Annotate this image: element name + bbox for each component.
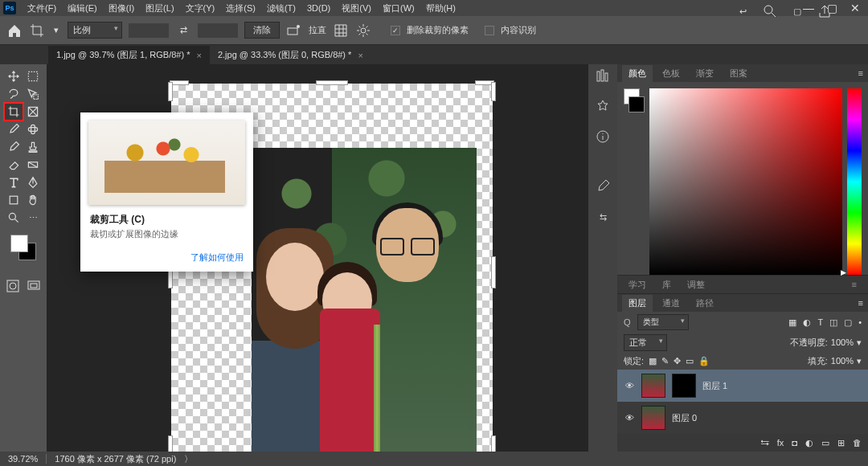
tab-paths[interactable]: 路径 [690, 295, 720, 312]
zoom-tool[interactable] [4, 209, 23, 227]
menu-filter[interactable]: 滤镜(T) [262, 1, 301, 16]
tab-libraries[interactable]: 库 [656, 276, 678, 293]
lock-transparency-icon[interactable]: ▩ [649, 356, 657, 366]
fill-value[interactable]: 100% [831, 356, 854, 366]
quickmask-icon[interactable] [5, 278, 21, 294]
layer-thumbnail[interactable] [641, 374, 665, 398]
window-close-icon[interactable]: ✕ [850, 2, 860, 14]
tab-patterns[interactable]: 图案 [723, 65, 754, 82]
menu-3d[interactable]: 3D(D) [302, 2, 335, 14]
panel-menu-icon[interactable]: ≡ [858, 298, 863, 308]
tab-layers[interactable]: 图层 [622, 295, 653, 312]
crop-width-input[interactable] [129, 23, 169, 38]
tab-gradients[interactable]: 渐变 [690, 65, 720, 82]
layer-name[interactable]: 图层 1 [702, 380, 727, 392]
menu-image[interactable]: 图像(I) [104, 1, 139, 16]
tab-close-icon[interactable]: × [196, 51, 201, 60]
brush-tool[interactable] [4, 138, 23, 156]
zoom-status[interactable]: 39.72% [8, 454, 47, 464]
gradient-tool[interactable] [23, 156, 43, 174]
crop-handle[interactable] [168, 82, 173, 101]
layer-name[interactable]: 图层 0 [672, 412, 697, 424]
history-icon[interactable] [595, 67, 611, 84]
crop-handle[interactable] [316, 80, 348, 85]
brush-panel-icon[interactable] [595, 178, 611, 194]
swap-icon[interactable]: ⇄ [175, 22, 191, 39]
properties-icon[interactable] [595, 98, 611, 114]
opacity-value[interactable]: 100% [831, 337, 854, 347]
crop-tool[interactable] [4, 103, 23, 121]
align-icon[interactable]: ⇆ [595, 209, 611, 225]
new-layer-icon[interactable]: ⊞ [837, 438, 845, 448]
content-aware-checkbox[interactable] [485, 26, 494, 35]
saturation-field[interactable] [649, 88, 842, 275]
stamp-tool[interactable] [23, 138, 43, 156]
frame-icon[interactable]: ▢ [789, 3, 805, 19]
document-tab[interactable]: 2.jpg @ 33.3% (图层 0, RGB/8#) * × [210, 46, 371, 64]
frame-tool[interactable] [23, 103, 43, 121]
menu-file[interactable]: 文件(F) [23, 1, 61, 16]
menu-view[interactable]: 视图(V) [337, 1, 376, 16]
overlay-icon[interactable] [333, 22, 349, 39]
fx-icon[interactable]: fx [777, 438, 784, 448]
layer-row[interactable]: 👁 图层 1 [617, 370, 868, 402]
chevron-down-icon[interactable]: ▾ [857, 356, 862, 366]
tab-learn[interactable]: 学习 [622, 276, 653, 293]
adjustment-icon[interactable]: ◐ [805, 438, 813, 448]
type-tool[interactable] [4, 174, 23, 191]
chevron-down-icon[interactable]: ▾ [51, 22, 61, 39]
shape-tool[interactable] [4, 191, 23, 209]
move-tool[interactable] [4, 67, 23, 85]
crop-handle[interactable] [168, 435, 173, 452]
search-icon[interactable] [762, 3, 778, 19]
lock-all-icon[interactable]: 🔒 [698, 356, 710, 366]
menu-type[interactable]: 文字(Y) [181, 1, 220, 16]
crop-tool-icon[interactable] [29, 22, 45, 39]
menu-edit[interactable]: 编辑(E) [63, 1, 102, 16]
quick-select-tool[interactable] [23, 85, 43, 103]
menu-help[interactable]: 帮助(H) [421, 1, 461, 16]
lock-position-icon[interactable]: ✥ [674, 356, 681, 366]
mask-icon[interactable]: ◘ [792, 438, 797, 448]
tab-color[interactable]: 颜色 [622, 65, 653, 82]
filter-toggle-icon[interactable]: • [858, 317, 862, 328]
tab-close-icon[interactable]: × [358, 51, 362, 60]
panel-menu-icon[interactable]: ≡ [845, 277, 863, 292]
healing-tool[interactable] [23, 121, 43, 138]
filter-type-icon[interactable]: T [817, 317, 823, 328]
canvas-area[interactable]: 裁剪工具 (C) 裁切或扩展图像的边缘 了解如何使用 [47, 64, 588, 452]
marquee-tool[interactable] [23, 67, 43, 85]
menu-window[interactable]: 窗口(W) [378, 1, 420, 16]
visibility-icon[interactable]: 👁 [624, 413, 635, 423]
delete-icon[interactable]: 🗑 [853, 438, 862, 448]
layer-mask-thumbnail[interactable] [672, 374, 696, 398]
layer-filter-select[interactable]: 类型 [637, 314, 689, 330]
lasso-tool[interactable] [4, 85, 23, 103]
filter-smart-icon[interactable]: ▢ [844, 317, 852, 328]
panel-menu-icon[interactable]: ≡ [858, 68, 863, 78]
status-chevron-icon[interactable]: 〉 [184, 453, 193, 465]
more-tool[interactable]: ⋯ [23, 209, 43, 227]
pen-tool[interactable] [23, 174, 43, 191]
blend-mode-select[interactable]: 正常 [624, 334, 667, 351]
reset-icon[interactable]: ↩ [735, 3, 751, 19]
crop-handle[interactable] [491, 435, 496, 452]
tab-channels[interactable]: 通道 [656, 295, 686, 312]
info-icon[interactable] [595, 129, 611, 145]
picker-bg-swatch[interactable] [628, 96, 645, 112]
layer-row[interactable]: 👁 图层 0 [617, 402, 868, 434]
link-layers-icon[interactable]: ⮀ [760, 438, 769, 448]
fg-color-swatch[interactable] [10, 235, 28, 252]
chevron-down-icon[interactable]: ▾ [857, 337, 862, 348]
delete-cropped-checkbox[interactable]: ✓ [391, 26, 400, 35]
tab-swatches[interactable]: 色板 [656, 65, 686, 82]
filter-pixel-icon[interactable]: ▦ [788, 317, 796, 328]
crop-ratio-select[interactable]: 比例 [68, 22, 122, 39]
filter-shape-icon[interactable]: ◫ [829, 317, 837, 328]
crop-height-input[interactable] [198, 23, 238, 38]
hand-tool[interactable] [23, 191, 43, 209]
tooltip-learn-link[interactable]: 了解如何使用 [90, 251, 244, 264]
layer-thumbnail[interactable] [641, 406, 665, 430]
screenmode-icon[interactable] [26, 278, 42, 294]
hue-slider[interactable] [847, 88, 862, 275]
